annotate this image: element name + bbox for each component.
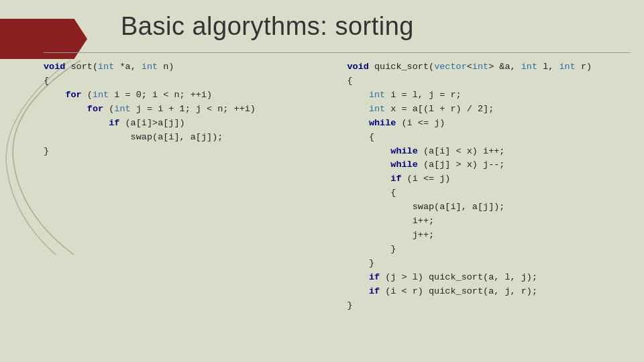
code-line: for (int i = 0; i < n; ++i) xyxy=(44,90,212,100)
code-line: if (a[i]>a[j]) xyxy=(44,118,185,128)
code-line: } xyxy=(347,244,396,254)
code-line: { xyxy=(347,132,375,142)
quick-sort-code-block: void quick_sort(vector<int> &a, int l, i… xyxy=(347,60,631,349)
code-line: while (a[i] < x) i++; xyxy=(347,146,505,156)
code-line: { xyxy=(347,188,396,198)
code-line: if (j > l) quick_sort(a, l, j); xyxy=(347,272,538,282)
code-area: void sort(int *a, int n) { for (int i = … xyxy=(44,60,631,349)
code-line: void sort(int *a, int n) xyxy=(44,62,174,72)
code-line: { xyxy=(347,76,353,86)
deco-arrow xyxy=(0,19,87,59)
code-line: swap(a[i], a[j]); xyxy=(347,202,505,212)
code-line: while (a[j] > x) j--; xyxy=(347,160,505,170)
code-line: void quick_sort(vector<int> &a, int l, i… xyxy=(347,62,592,72)
slide-title: Basic algorythms: sorting xyxy=(121,12,414,41)
code-line: j++; xyxy=(347,230,435,240)
code-line: i++; xyxy=(347,216,435,226)
slide-container: Basic algorythms: sorting void sort(int … xyxy=(0,0,644,362)
sort-code-block: void sort(int *a, int n) { for (int i = … xyxy=(44,60,327,349)
code-line: if (i <= j) xyxy=(347,174,451,184)
code-line: for (int j = i + 1; j < n; ++i) xyxy=(44,104,256,114)
code-line: } xyxy=(347,258,375,268)
code-line: if (i < r) quick_sort(a, j, r); xyxy=(347,286,538,296)
code-line: int x = a[(l + r) / 2]; xyxy=(347,104,494,114)
code-line: } xyxy=(44,146,49,156)
code-line: int i = l, j = r; xyxy=(347,90,462,100)
code-line: } xyxy=(347,300,353,310)
code-line: swap(a[i], a[j]); xyxy=(44,132,223,142)
title-divider xyxy=(44,52,631,53)
code-line: { xyxy=(44,76,49,86)
code-line: while (i <= j) xyxy=(347,118,445,128)
